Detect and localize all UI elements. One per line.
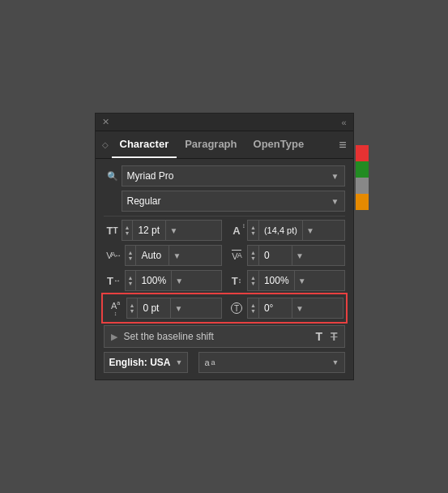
leading-half: A ↕ ▲ ▼ (14,4 pt) ▼: [226, 220, 345, 241]
search-icon: 🔍: [104, 171, 122, 182]
tab-opentype[interactable]: OpenType: [245, 131, 313, 158]
font-style-field[interactable]: Regular ▼: [122, 191, 345, 212]
kerning-icon: VA ↔: [104, 251, 125, 260]
tracking-value: 0: [259, 250, 292, 261]
baseline-arrows[interactable]: ▲ ▼: [127, 298, 139, 318]
font-family-field[interactable]: Myriad Pro ▼: [122, 165, 345, 186]
color-swatches: [356, 145, 369, 210]
aa-dropdown-caret[interactable]: ▼: [332, 358, 339, 367]
kerning-half: VA ↔ ▲ ▼ Auto ▼: [104, 245, 223, 266]
font-family-row: 🔍 Myriad Pro ▼: [104, 165, 345, 186]
tab-paragraph[interactable]: Paragraph: [177, 131, 245, 158]
bottom-row: English: USA ▼ a a ▼: [104, 352, 345, 373]
tracking-spinbox[interactable]: ▲ ▼ 0 ▼: [247, 245, 345, 266]
vscale-up[interactable]: ▲: [250, 275, 256, 281]
font-style-caret: ▼: [331, 197, 339, 206]
skew-down[interactable]: ▼: [250, 308, 256, 314]
vscale-down[interactable]: ▼: [250, 281, 256, 286]
kerning-tracking-row: VA ↔ ▲ ▼ Auto ▼: [104, 245, 345, 266]
vscale-spinbox[interactable]: ▲ ▼ 100% ▼: [247, 270, 345, 291]
close-button[interactable]: ✕: [102, 117, 109, 127]
kerning-spinbox[interactable]: ▲ ▼ Auto ▼: [125, 245, 223, 266]
text-style-T-strikethrough[interactable]: T: [331, 330, 338, 343]
leading-dropdown[interactable]: ▼: [302, 221, 318, 240]
aa-small: a: [204, 358, 209, 367]
baseline-spinbox[interactable]: ▲ ▼ 0 pt ▼: [126, 298, 223, 319]
skew-half: T ▲ ▼ 0° ▼: [226, 298, 343, 319]
swatch-green[interactable]: [356, 161, 369, 178]
kerning-up[interactable]: ▲: [128, 250, 134, 255]
tracking-arrows[interactable]: ▲ ▼: [248, 246, 259, 265]
leading-spinbox[interactable]: ▲ ▼ (14,4 pt) ▼: [247, 220, 345, 241]
baseline-half: Aa ↕ ▲ ▼ 0 pt ▼: [105, 298, 223, 319]
font-family-caret: ▼: [331, 172, 339, 181]
vscale-arrows[interactable]: ▲ ▼: [248, 271, 259, 290]
leading-up[interactable]: ▲: [250, 225, 256, 230]
baseline-value: 0 pt: [138, 302, 170, 314]
tracking-half: VA ▲ ▼ 0 ▼: [226, 245, 345, 266]
hscale-spinbox[interactable]: ▲ ▼ 100% ▼: [125, 270, 223, 291]
skew-dropdown[interactable]: ▼: [292, 298, 307, 318]
kerning-dropdown[interactable]: ▼: [169, 246, 184, 265]
font-style-value: Regular: [127, 195, 161, 207]
text-style-T-regular[interactable]: T: [315, 330, 322, 343]
swatch-gray[interactable]: [356, 178, 369, 194]
skew-arrows[interactable]: ▲ ▼: [248, 298, 259, 318]
tracking-down[interactable]: ▼: [250, 255, 256, 261]
vscale-icon: T↕: [226, 275, 247, 287]
tracking-dropdown[interactable]: ▼: [292, 246, 307, 265]
vscale-dropdown[interactable]: ▼: [294, 271, 309, 290]
baseline-down[interactable]: ▼: [130, 308, 135, 314]
tooltip-arrow: ▶: [111, 332, 117, 342]
hscale-icon: T↔: [104, 275, 125, 287]
hscale-half: T↔ ▲ ▼ 100% ▼: [104, 270, 223, 291]
collapse-button[interactable]: «: [341, 118, 346, 127]
baseline-up[interactable]: ▲: [130, 302, 135, 308]
panel-menu-icon[interactable]: ≡: [339, 138, 346, 152]
font-family-value: Myriad Pro: [127, 170, 174, 182]
language-value: English: USA: [109, 357, 171, 368]
swatch-orange[interactable]: [356, 194, 369, 210]
skew-up[interactable]: ▲: [250, 302, 256, 308]
font-size-up[interactable]: ▲: [125, 225, 130, 230]
aa-subscript: a: [211, 358, 215, 367]
font-size-icon: TT: [104, 225, 122, 237]
leading-arrows[interactable]: ▲ ▼: [248, 221, 259, 240]
language-select[interactable]: English: USA ▼: [104, 352, 189, 373]
baseline-skew-row: Aa ↕ ▲ ▼ 0 pt ▼: [104, 295, 345, 321]
vscale-half: T↕ ▲ ▼ 100% ▼: [226, 270, 345, 291]
kerning-arrows[interactable]: ▲ ▼: [126, 246, 137, 265]
font-size-arrows[interactable]: ▲ ▼: [122, 221, 134, 240]
panel-content: 🔍 Myriad Pro ▼ Regular ▼: [96, 159, 353, 379]
font-size-half: TT ▲ ▼ 12 pt ▼: [104, 220, 223, 241]
baseline-shift-icon: Aa ↕: [105, 300, 126, 316]
tab-character[interactable]: Character: [112, 131, 177, 158]
skew-value: 0°: [259, 302, 292, 314]
skew-icon: T: [226, 302, 247, 314]
leading-down[interactable]: ▼: [250, 230, 256, 236]
tracking-icon: VA: [226, 250, 247, 261]
kerning-down[interactable]: ▼: [128, 255, 134, 261]
hscale-dropdown[interactable]: ▼: [171, 271, 186, 290]
font-size-down[interactable]: ▼: [125, 230, 130, 236]
skew-spinbox[interactable]: ▲ ▼ 0° ▼: [247, 298, 343, 319]
size-leading-row: TT ▲ ▼ 12 pt ▼: [104, 220, 345, 241]
kerning-value: Auto: [136, 250, 169, 261]
baseline-dropdown[interactable]: ▼: [170, 298, 186, 318]
swatch-red[interactable]: [356, 145, 369, 161]
hscale-up[interactable]: ▲: [128, 275, 134, 281]
vscale-value: 100%: [259, 275, 294, 286]
scale-row: T↔ ▲ ▼ 100% ▼ T↕: [104, 270, 345, 291]
leading-icon: A ↕: [226, 225, 247, 237]
panel-topbar: ✕ «: [96, 114, 353, 131]
font-style-row: Regular ▼: [104, 191, 345, 212]
panel-tabs: ◇ Character Paragraph OpenType ≡: [96, 131, 353, 159]
antialiasing-field[interactable]: a a ▼: [198, 352, 344, 373]
hscale-down[interactable]: ▼: [128, 281, 134, 286]
language-caret: ▼: [176, 358, 183, 367]
font-size-dropdown[interactable]: ▼: [165, 221, 181, 240]
font-size-spinbox[interactable]: ▲ ▼ 12 pt ▼: [122, 220, 223, 241]
hscale-arrows[interactable]: ▲ ▼: [126, 271, 137, 290]
tracking-up[interactable]: ▲: [250, 250, 256, 255]
tooltip-row: ▶ Set the baseline shift T T: [104, 325, 345, 348]
